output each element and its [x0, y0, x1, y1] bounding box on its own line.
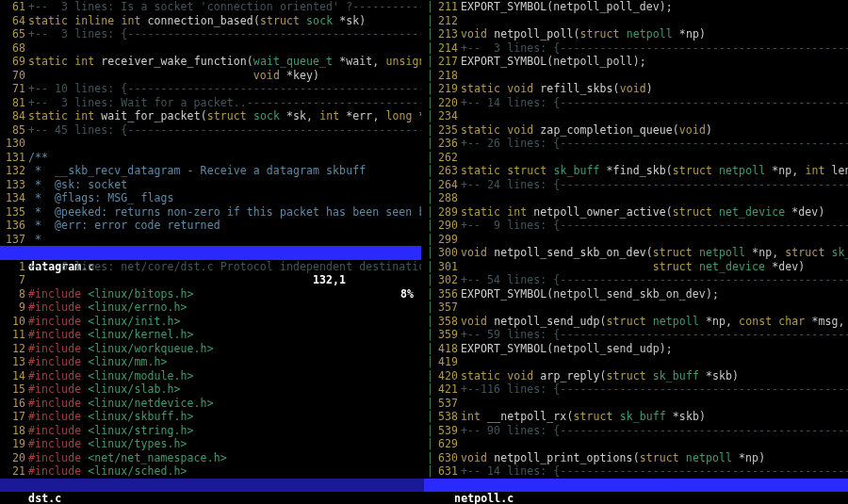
code-line[interactable]: 135 * @peeked: returns non-zero if this …: [0, 205, 421, 219]
code-line[interactable]: |212: [427, 14, 848, 28]
line-content: EXPORT_SYMBOL(netpoll_poll);: [461, 55, 646, 68]
code-line[interactable]: |234: [427, 109, 848, 123]
code-line[interactable]: 65+-- 3 lines: {------------------------…: [0, 27, 421, 41]
code-line[interactable]: 9#include <linux/errno.h>: [0, 301, 421, 315]
line-content: void netpoll_send_udp(struct netpoll *np…: [461, 315, 848, 328]
line-number: 84: [0, 109, 28, 123]
line-number: 1: [0, 260, 28, 274]
code-line[interactable]: |264+-- 24 lines: {---------------------…: [427, 178, 848, 192]
statusbar-datagram: datagram.c 132,1 8%: [0, 246, 421, 260]
code-line[interactable]: |630void netpoll_print_options(struct ne…: [427, 451, 848, 465]
line-number: 12: [0, 342, 28, 356]
code-line[interactable]: |537: [427, 397, 848, 411]
code-line[interactable]: 18#include <linux/string.h>: [0, 424, 421, 438]
pane-dst[interactable]: 1+-- 6 lines: net/core/dst.c Protocol in…: [0, 260, 421, 479]
code-line[interactable]: |357: [427, 301, 848, 315]
code-line[interactable]: |220+-- 14 lines: {---------------------…: [427, 96, 848, 110]
pane-datagram[interactable]: 61+-- 3 lines: Is a socket 'connection o…: [0, 0, 421, 246]
code-line[interactable]: 133 * @sk: socket: [0, 178, 421, 192]
code-line[interactable]: |235static void zap_completion_queue(voi…: [427, 123, 848, 138]
code-line[interactable]: |301 struct net_device *dev): [427, 260, 848, 274]
code-line[interactable]: |218: [427, 69, 848, 83]
line-content: +--116 lines: {-------------------------…: [461, 382, 848, 396]
code-line[interactable]: 11#include <linux/kernel.h>: [0, 328, 421, 342]
code-line[interactable]: |302+-- 54 lines: {---------------------…: [427, 273, 848, 287]
code-line[interactable]: 13#include <linux/mm.h>: [0, 355, 421, 369]
code-line[interactable]: 1+-- 6 lines: net/core/dst.c Protocol in…: [0, 260, 421, 274]
line-number: 418: [432, 342, 461, 356]
code-line[interactable]: 17#include <linux/skbuff.h>: [0, 410, 421, 424]
code-line[interactable]: |629: [427, 437, 848, 451]
code-line[interactable]: |236+-- 26 lines: {---------------------…: [427, 137, 848, 151]
code-line[interactable]: 20#include <net/net_namespace.h>: [0, 451, 421, 465]
pane-netpoll[interactable]: |211EXPORT_SYMBOL(netpoll_poll_dev);|212…: [427, 0, 848, 479]
code-line[interactable]: 61+-- 3 lines: Is a socket 'connection o…: [0, 0, 421, 14]
code-line[interactable]: |262: [427, 151, 848, 165]
line-number: 631: [432, 464, 461, 479]
code-line[interactable]: 136 * @err: error code returned: [0, 219, 421, 233]
code-line[interactable]: |299: [427, 233, 848, 247]
filename: netpoll.c: [454, 492, 514, 504]
code-line[interactable]: 84static int wait_for_packet(struct sock…: [0, 109, 421, 123]
line-content: +-- 24 lines: {-------------------------…: [461, 178, 848, 191]
line-content: #include <linux/kernel.h>: [28, 328, 194, 341]
code-line[interactable]: |418EXPORT_SYMBOL(netpoll_send_udp);: [427, 342, 848, 356]
line-content: EXPORT_SYMBOL(netpoll_send_skb_on_dev);: [461, 287, 719, 301]
line-number: 217: [432, 55, 461, 69]
code-line[interactable]: |539+-- 90 lines: {---------------------…: [427, 424, 848, 438]
code-line[interactable]: |219static void refill_skbs(void): [427, 82, 848, 96]
code-line[interactable]: |419: [427, 355, 848, 369]
line-content: +-- 9 lines: {--------------------------…: [461, 219, 848, 232]
code-line[interactable]: 130: [0, 137, 421, 151]
line-content: [461, 437, 467, 450]
code-line[interactable]: |213void netpoll_poll(struct netpoll *np…: [427, 27, 848, 41]
line-content: #include <linux/types.h>: [28, 437, 188, 450]
code-line[interactable]: |420static void arp_reply(struct sk_buff…: [427, 369, 848, 383]
code-line[interactable]: 64static inline int connection_based(str…: [0, 14, 421, 28]
code-line[interactable]: |359+-- 59 lines: {---------------------…: [427, 328, 848, 342]
code-line[interactable]: 68: [0, 41, 421, 56]
code-line[interactable]: 81+-- 3 lines: Wait for a packet..------…: [0, 96, 421, 110]
code-line[interactable]: |288: [427, 191, 848, 205]
code-line[interactable]: 21#include <linux/sched.h>: [0, 464, 421, 479]
line-number: 137: [0, 233, 28, 247]
code-line[interactable]: 69static int receiver_wake_function(wait…: [0, 55, 421, 69]
line-number: 61: [0, 0, 28, 14]
code-line[interactable]: 15#include <linux/slab.h>: [0, 382, 421, 397]
code-line[interactable]: |356EXPORT_SYMBOL(netpoll_send_skb_on_de…: [427, 287, 848, 301]
line-content: +-- 3 lines: Wait for a packet..--------…: [28, 96, 421, 109]
line-number: 64: [0, 14, 28, 28]
statusbar-netpoll: netpoll.c 645,30 39%: [424, 479, 848, 493]
code-line[interactable]: 131/**: [0, 151, 421, 165]
line-content: static struct sk_buff *find_skb(struct n…: [461, 164, 848, 177]
code-line[interactable]: 85+-- 45 lines: {-----------------------…: [0, 123, 421, 138]
line-number: 15: [0, 382, 28, 397]
line-number: 21: [0, 464, 28, 479]
code-line[interactable]: |289static int netpoll_owner_active(stru…: [427, 205, 848, 219]
code-line[interactable]: 134 * @flags: MSG_ flags: [0, 191, 421, 205]
code-line[interactable]: |631+-- 14 lines: {---------------------…: [427, 464, 848, 479]
code-line[interactable]: 132 * __skb_recv_datagram - Receive a da…: [0, 164, 421, 178]
code-line[interactable]: |217EXPORT_SYMBOL(netpoll_poll);: [427, 55, 848, 69]
line-content: *: [28, 233, 41, 246]
code-line[interactable]: 16#include <linux/netdevice.h>: [0, 397, 421, 411]
code-line[interactable]: |290+-- 9 lines: {----------------------…: [427, 219, 848, 233]
code-line[interactable]: 12#include <linux/workqueue.h>: [0, 342, 421, 356]
code-line[interactable]: |421+--116 lines: {---------------------…: [427, 382, 848, 397]
code-line[interactable]: |214+-- 3 lines: {----------------------…: [427, 41, 848, 56]
code-line[interactable]: |211EXPORT_SYMBOL(netpoll_poll_dev);: [427, 0, 848, 14]
code-line[interactable]: 8#include <linux/bitops.h>: [0, 287, 421, 301]
code-line[interactable]: |263static struct sk_buff *find_skb(stru…: [427, 164, 848, 178]
code-line[interactable]: 70 void *key): [0, 69, 421, 83]
code-line[interactable]: 137 *: [0, 233, 421, 247]
line-number: 288: [432, 191, 461, 205]
line-number: 235: [432, 123, 461, 138]
code-line[interactable]: |300void netpoll_send_skb_on_dev(struct …: [427, 246, 848, 260]
code-line[interactable]: 14#include <linux/module.h>: [0, 369, 421, 383]
code-line[interactable]: 10#include <linux/init.h>: [0, 315, 421, 329]
code-line[interactable]: |358void netpoll_send_udp(struct netpoll…: [427, 315, 848, 329]
code-line[interactable]: |538int __netpoll_rx(struct sk_buff *skb…: [427, 410, 848, 424]
code-line[interactable]: 7: [0, 273, 421, 287]
code-line[interactable]: 71+-- 10 lines: {-----------------------…: [0, 82, 421, 96]
code-line[interactable]: 19#include <linux/types.h>: [0, 437, 421, 451]
